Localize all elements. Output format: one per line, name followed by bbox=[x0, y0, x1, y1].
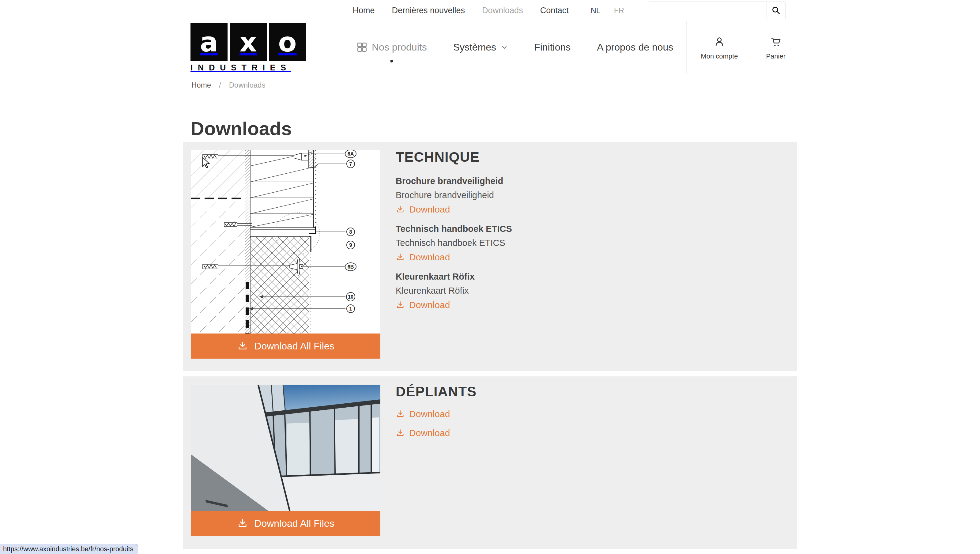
callout-10: 10 bbox=[348, 294, 353, 299]
breadcrumb-home[interactable]: Home bbox=[191, 81, 211, 89]
nav-nos-produits[interactable]: Nos produits bbox=[356, 41, 427, 53]
download-icon bbox=[396, 409, 405, 419]
download-link-label: Download bbox=[409, 409, 450, 419]
top-utility-bar: Home Dernières nouvelles Downloads Conta… bbox=[0, 0, 980, 21]
nav-finitions-label: Finitions bbox=[534, 41, 571, 53]
status-url-tooltip: https://www.axoindustries.be/fr/nos-prod… bbox=[0, 544, 138, 554]
callout-9: 9 bbox=[350, 242, 352, 248]
download-all-label: Download All Files bbox=[254, 341, 334, 352]
nav-systemes[interactable]: Systèmes bbox=[453, 41, 508, 53]
chevron-down-icon bbox=[501, 44, 508, 51]
download-icon bbox=[237, 518, 248, 529]
callout-7: 7 bbox=[350, 161, 352, 167]
file-title: Kleurenkaart Röfix bbox=[396, 272, 512, 282]
download-all-files-button-depliants[interactable]: Download All Files bbox=[191, 511, 380, 536]
download-link-label: Download bbox=[409, 428, 450, 438]
search-bar bbox=[649, 2, 786, 19]
download-link-label: Download bbox=[409, 252, 450, 263]
logo-letter-o: o bbox=[269, 23, 306, 61]
status-url: https://www.axoindustries.be/fr/nos-prod… bbox=[3, 545, 134, 553]
download-link-label: Download bbox=[409, 300, 450, 310]
file-subtitle: Brochure brandveiligheid bbox=[396, 190, 512, 200]
main-nav: Nos produits Systèmes Finitions A propos… bbox=[356, 41, 673, 53]
section-title-depliants: DÉPLIANTS bbox=[396, 384, 477, 400]
search-input[interactable] bbox=[649, 2, 767, 19]
breadcrumb: Home / Downloads bbox=[191, 81, 265, 89]
download-link-kleurenkaart[interactable]: Download bbox=[396, 300, 512, 310]
cart-label: Panier bbox=[766, 53, 786, 60]
logo-letter-x: x bbox=[230, 23, 267, 61]
cart-icon bbox=[770, 36, 782, 48]
callout-6b: 6B bbox=[348, 264, 354, 269]
nav-finitions[interactable]: Finitions bbox=[534, 41, 571, 53]
site-header: a x o INDUSTRIES Nos produ bbox=[0, 21, 980, 73]
file-subtitle: Technisch handboek ETICS bbox=[396, 238, 512, 248]
logo-letter-a: a bbox=[191, 23, 228, 61]
download-link-brochure[interactable]: Download bbox=[396, 204, 512, 215]
lang-fr[interactable]: FR bbox=[614, 6, 624, 15]
page-title: Downloads bbox=[191, 118, 292, 139]
grid-icon bbox=[356, 41, 368, 53]
cart-button[interactable]: Panier bbox=[766, 36, 786, 60]
nav-a-propos-label: A propos de nous bbox=[597, 41, 673, 53]
logo[interactable]: a x o INDUSTRIES bbox=[191, 23, 307, 73]
file-title: Brochure brandveiligheid bbox=[396, 176, 512, 186]
language-switcher: NL FR bbox=[591, 6, 624, 15]
download-all-label: Download All Files bbox=[254, 518, 334, 529]
header-divider bbox=[686, 21, 687, 73]
breadcrumb-separator: / bbox=[219, 81, 221, 89]
nav-systemes-label: Systèmes bbox=[453, 41, 496, 53]
top-nav-dernieres-nouvelles[interactable]: Dernières nouvelles bbox=[392, 6, 465, 15]
download-link-label: Download bbox=[409, 204, 450, 215]
user-icon bbox=[713, 36, 725, 48]
nav-active-dot bbox=[390, 60, 393, 62]
section-title-technique: TECHNIQUE bbox=[396, 149, 512, 165]
search-button[interactable] bbox=[767, 2, 786, 19]
nav-a-propos[interactable]: A propos de nous bbox=[597, 41, 673, 53]
callout-1: 1 bbox=[350, 306, 352, 312]
download-icon bbox=[396, 428, 405, 438]
nav-nos-produits-label: Nos produits bbox=[372, 41, 427, 53]
building-photo bbox=[191, 385, 380, 511]
callout-8: 8 bbox=[350, 229, 352, 235]
file-title: Technisch handboek ETICS bbox=[396, 224, 512, 234]
download-icon bbox=[396, 253, 405, 262]
breadcrumb-current: Downloads bbox=[229, 81, 266, 89]
download-link-handboek[interactable]: Download bbox=[396, 252, 512, 263]
download-link-depliant-1[interactable]: Download bbox=[396, 409, 477, 419]
page: Home Dernières nouvelles Downloads Conta… bbox=[0, 0, 980, 554]
download-icon bbox=[237, 341, 248, 352]
account-button[interactable]: Mon compte bbox=[701, 36, 738, 60]
technical-drawing-image: 6A 7 8 9 6B 10 1 bbox=[191, 150, 380, 333]
top-nav-contact[interactable]: Contact bbox=[540, 6, 569, 15]
download-icon bbox=[396, 301, 405, 310]
logo-subtitle: INDUSTRIES bbox=[191, 63, 307, 73]
top-nav: Home Dernières nouvelles Downloads Conta… bbox=[353, 6, 568, 15]
downloads-card-technique: 6A 7 8 9 6B 10 1 bbox=[183, 142, 797, 371]
file-subtitle: Kleurenkaart Röfix bbox=[396, 286, 512, 296]
callout-6a: 6A bbox=[348, 151, 354, 156]
logo-boxes: a x o bbox=[191, 23, 307, 61]
download-link-depliant-2[interactable]: Download bbox=[396, 428, 477, 438]
top-nav-home[interactable]: Home bbox=[353, 6, 375, 15]
download-icon bbox=[396, 205, 405, 214]
lang-nl[interactable]: NL bbox=[591, 6, 601, 15]
account-label: Mon compte bbox=[701, 53, 738, 60]
top-nav-downloads[interactable]: Downloads bbox=[482, 6, 523, 15]
search-icon bbox=[771, 5, 781, 16]
download-all-files-button-technique[interactable]: Download All Files bbox=[191, 333, 380, 358]
downloads-card-depliants: Download All Files DÉPLIANTS Download bbox=[183, 376, 797, 549]
